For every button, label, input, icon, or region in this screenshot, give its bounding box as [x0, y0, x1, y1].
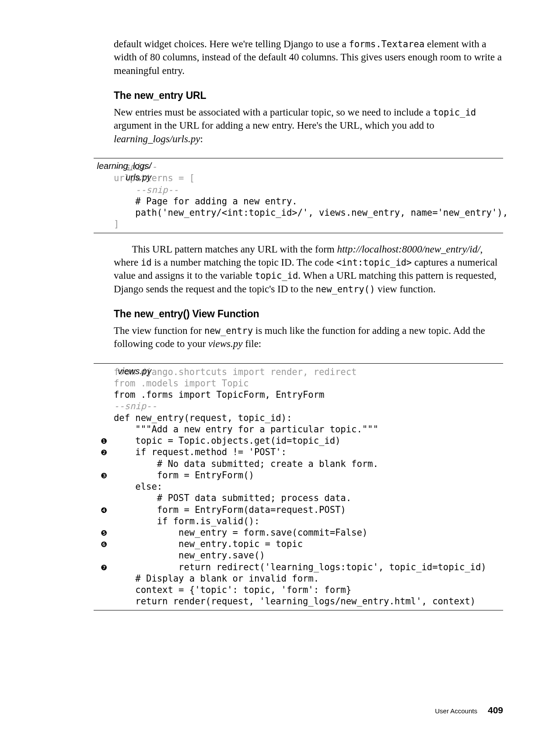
url-example: http://localhost:8000/new_entry/id/	[337, 244, 480, 255]
page-footer: User Accounts 409	[435, 705, 503, 715]
code-line: topic = Topic.objects.get(id=topic_id)	[114, 435, 340, 446]
code-line: --snip--	[114, 400, 157, 412]
text: :	[200, 133, 203, 144]
code-line: form = EntryForm(data=request.POST)	[114, 504, 346, 516]
callout-4: ❹	[94, 506, 114, 516]
text: This URL pattern matches any URL with th…	[132, 244, 337, 255]
code-line: from .forms import TopicForm, EntryForm	[114, 389, 324, 400]
text: The view function for	[114, 325, 204, 336]
code-line: ]	[114, 218, 119, 230]
code-line: --snip--	[114, 184, 178, 196]
text: default widget choices. Here we're telli…	[114, 39, 349, 49]
callout-7: ❼	[94, 563, 114, 573]
paragraph-url-intro: New entries must be associated with a pa…	[114, 106, 503, 146]
text: file:	[242, 338, 261, 349]
text: argument in the URL for adding a new ent…	[114, 120, 434, 131]
heading-new-entry-view: The new_entry() View Function	[114, 308, 503, 320]
text: New entries must be associated with a pa…	[114, 107, 433, 118]
code-file-label: learning_logs/ urls.py	[56, 161, 151, 183]
paragraph-view-intro: The view function for new_entry is much …	[114, 324, 503, 351]
callout-2: ❷	[94, 448, 114, 458]
inline-code: forms.Textarea	[349, 39, 424, 49]
inline-code: <int:topic_id>	[336, 257, 412, 268]
paragraph-url-explain: This URL pattern matches any URL with th…	[114, 243, 503, 296]
code-block-urlpatterns: --snip-- urlpatterns = [ --snip-- # Page…	[94, 158, 503, 233]
paragraph-continuation: default widget choices. Here we're telli…	[114, 38, 503, 77]
callout-3: ❸	[94, 471, 114, 481]
code-line: # POST data submitted; process data.	[114, 492, 351, 504]
code-line: """Add a new entry for a particular topi…	[114, 424, 378, 435]
text: is a number matching the topic ID. The c…	[152, 257, 336, 268]
code-line: return render(request, 'learning_logs/ne…	[114, 596, 476, 607]
footer-page-number: 409	[488, 705, 503, 715]
code-line: def new_entry(request, topic_id):	[114, 412, 292, 424]
code-line: if form.is_valid():	[114, 516, 259, 527]
file-label-line: views.py	[56, 366, 151, 377]
filename: learning_logs/urls.py	[114, 133, 200, 144]
callout-6: ❻	[94, 540, 114, 550]
inline-code: topic_id	[433, 107, 476, 118]
code-line: # Display a blank or invalid form.	[114, 573, 319, 584]
callout-5: ❺	[94, 529, 114, 538]
footer-chapter-title: User Accounts	[435, 707, 477, 715]
filename: views.py	[208, 338, 243, 349]
code-line: new_entry.topic = topic	[114, 538, 303, 550]
code-block-views: from django.shortcuts import render, red…	[94, 363, 503, 610]
inline-code: new_entry()	[315, 284, 375, 295]
code-line: new_entry = form.save(commit=False)	[114, 527, 368, 538]
code-line: if request.method != 'POST':	[114, 446, 287, 458]
heading-new-entry-url: The new_entry URL	[114, 90, 503, 102]
callout-1: ❶	[94, 437, 114, 446]
code-line: path('new_entry/<int:topic_id>/', views.…	[114, 207, 508, 218]
page: default widget choices. Here we're telli…	[0, 0, 560, 740]
inline-code: id	[141, 257, 152, 268]
code-line: return redirect('learning_logs:topic', t…	[114, 561, 486, 573]
code-line: # No data submitted; create a blank form…	[114, 458, 378, 470]
file-label-line-1: learning_logs/	[56, 161, 151, 172]
text: view function.	[375, 284, 436, 295]
file-label-line-2: urls.py	[56, 172, 151, 183]
inline-code: new_entry	[204, 326, 253, 336]
code-line: new_entry.save()	[114, 550, 265, 561]
code-line: else:	[114, 481, 162, 492]
inline-code: topic_id	[255, 270, 298, 281]
code-line: context = {'topic': topic, 'form': form}	[114, 584, 351, 596]
code-file-label: views.py	[56, 366, 151, 377]
code-line: form = EntryForm()	[114, 470, 254, 481]
code-line: from .models import Topic	[114, 378, 249, 389]
code-line: # Page for adding a new entry.	[114, 196, 298, 207]
